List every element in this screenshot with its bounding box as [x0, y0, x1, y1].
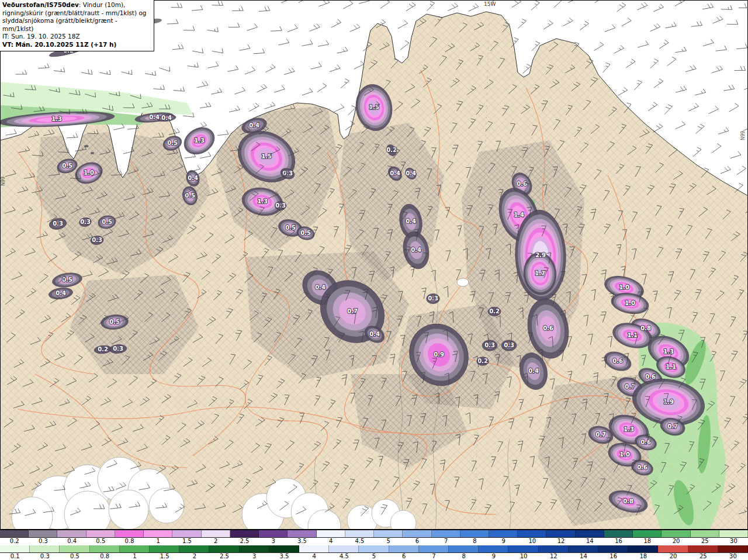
snow-amount-label: 0.3 — [484, 342, 495, 348]
snow-amount-label: 1.4 — [514, 212, 524, 218]
rain-cell-5 — [359, 545, 389, 552]
snow-amount-label: 0.4 — [406, 170, 416, 177]
snow-tick-4: 4 — [317, 538, 345, 545]
lake — [457, 278, 469, 286]
snow-amount-label: 0.3 — [504, 342, 514, 348]
snow-amount-label: 0.3 — [53, 220, 63, 227]
snow-amount-label: 0.3 — [113, 345, 123, 352]
rain-tick-5: 5 — [359, 553, 389, 560]
snow-cell-4.5 — [345, 530, 374, 537]
snow-cell-1 — [144, 530, 172, 537]
snow-cell-1.5 — [172, 530, 201, 537]
snow-tick-3: 3 — [259, 538, 288, 545]
snow-amount-label: 0.4 — [249, 122, 259, 129]
snow-tick-10: 10 — [518, 538, 546, 545]
rain-tick-0.8: 0.8 — [90, 553, 120, 560]
rain-cell-25 — [688, 545, 718, 552]
snow-cell-0.5 — [86, 530, 115, 537]
rain-cell-4.5 — [329, 545, 359, 552]
rain-tick-30: 30 — [718, 553, 748, 560]
snow-amount-label: 1.1 — [666, 364, 676, 370]
snow-amount-label: 0.5 — [109, 319, 120, 325]
rain-cell-12 — [539, 545, 569, 552]
snow-amount-label: 0.9 — [434, 351, 444, 358]
header-init-time: IT: Sun. 19. 10. 2025 18Z — [2, 33, 150, 41]
snow-amount-label: 0.5 — [62, 276, 72, 283]
rain-cell-0.8 — [90, 545, 120, 552]
snow-amount-label: 1.3 — [51, 116, 62, 122]
rain-tick-1.5: 1.5 — [150, 553, 179, 560]
colorbar-rain-ticks: 0.10.30.50.811.522.533.544.5567891012141… — [0, 553, 748, 560]
snow-amount-label: 0.5 — [285, 224, 296, 231]
snow-cell-9 — [489, 530, 518, 537]
snow-amount-label: 1.3 — [624, 426, 634, 433]
snow-amount-label: 1.3 — [194, 137, 205, 144]
snow-amount-label: 0.5 — [167, 140, 178, 146]
rain-cell-1.5 — [150, 545, 179, 552]
snow-amount-label: 0.4 — [369, 331, 380, 337]
snow-amount-label: 1.3 — [257, 198, 268, 205]
rain-cell-0.3 — [30, 545, 60, 552]
snow-cell-12 — [546, 530, 575, 537]
snow-tick-25: 25 — [691, 538, 719, 545]
colorbar-snow — [0, 530, 748, 538]
snow-amount-label: 0.4 — [411, 247, 421, 253]
snow-amount-label: 1.9 — [663, 399, 674, 405]
snow-tick-4.5: 4.5 — [345, 538, 374, 545]
header-line-2: rigning/skúrir (grænt/blátt/rautt - mm/1… — [2, 9, 150, 18]
snow-amount-label: 0.4 — [528, 368, 539, 374]
snow-amount-label: 0.2 — [386, 147, 397, 153]
rain-tick-6: 6 — [389, 553, 419, 560]
snow-cell-30 — [719, 530, 748, 537]
rain-cell-2 — [179, 545, 209, 552]
rain-cell-30 — [718, 545, 748, 552]
rain-tick-7: 7 — [419, 553, 449, 560]
snow-tick-0.3: 0.3 — [29, 538, 57, 545]
rain-tick-4: 4 — [299, 553, 329, 560]
snow-cell-18 — [633, 530, 662, 537]
snow-amount-label: 1.0 — [625, 300, 635, 306]
rain-tick-12: 12 — [539, 553, 569, 560]
rain-cell-7 — [419, 545, 449, 552]
snow-tick-8: 8 — [460, 538, 489, 545]
snow-tick-20: 20 — [662, 538, 690, 545]
snow-tick-5: 5 — [374, 538, 403, 545]
rain-cell-9 — [479, 545, 508, 552]
snow-cell-0.8 — [115, 530, 144, 537]
rain-tick-0.3: 0.3 — [30, 553, 60, 560]
snow-amount-label: 0.6 — [517, 181, 527, 187]
rain-tick-1: 1 — [120, 553, 150, 560]
snow-tick-6: 6 — [403, 538, 431, 545]
rain-cell-20 — [658, 545, 688, 552]
rain-cell-14 — [569, 545, 598, 552]
snow-amount-label: 0.4 — [188, 175, 198, 181]
snow-amount-label: 0.6 — [645, 374, 656, 380]
rain-cell-4 — [299, 545, 329, 552]
snow-cell-5 — [374, 530, 403, 537]
rain-tick-18: 18 — [628, 553, 658, 560]
snow-tick-0.8: 0.8 — [115, 538, 144, 545]
snow-amount-label: 0.8 — [623, 498, 633, 504]
rain-cell-3.5 — [269, 545, 299, 552]
snow-cell-8 — [460, 530, 489, 537]
rain-tick-0.1: 0.1 — [0, 553, 30, 560]
snow-amount-label: 0.7 — [595, 431, 606, 438]
snow-amount-label: 0.3 — [80, 219, 91, 225]
snow-tick-1.5: 1.5 — [172, 538, 201, 545]
snow-cell-0.3 — [29, 530, 57, 537]
meridian-label: 15W — [484, 1, 496, 7]
snow-tick-16: 16 — [604, 538, 633, 545]
rain-cell-3 — [240, 545, 269, 552]
rain-tick-4.5: 4.5 — [329, 553, 359, 560]
snow-tick-7: 7 — [432, 538, 460, 545]
snow-tick-3.5: 3.5 — [288, 538, 316, 545]
rain-tick-10: 10 — [508, 553, 538, 560]
snow-cell-2 — [202, 530, 230, 537]
snow-amount-label: 2.9 — [535, 252, 546, 258]
snow-amount-label: 0.8 — [640, 325, 651, 331]
snow-cell-0.2 — [0, 530, 29, 537]
rain-tick-16: 16 — [598, 553, 628, 560]
product-title: Veðurstofan/IS750dev — [2, 1, 79, 8]
header-valid-time: VT: Mán. 20.10.2025 11Z (+17 h) — [2, 41, 150, 49]
snow-amount-label: 0.5 — [102, 219, 112, 225]
